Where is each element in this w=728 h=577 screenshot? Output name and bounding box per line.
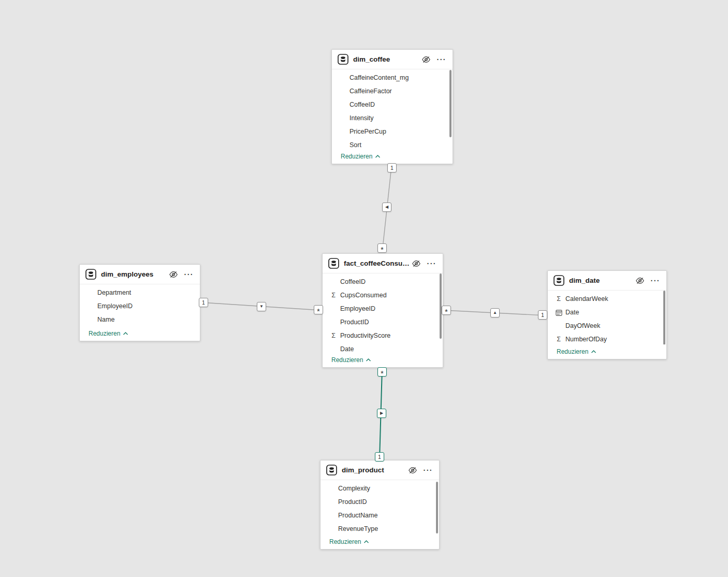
hidden-eye-icon[interactable] — [635, 276, 645, 285]
field-row[interactable]: DayOfWeek — [548, 319, 666, 333]
table-card-fact_coffeeConsumption[interactable]: fact_coffeeConsumption CoffeeID Σ CupsCo… — [322, 253, 443, 368]
table-header[interactable]: dim_product — [321, 460, 439, 480]
crossfilter-arrow-down-icon[interactable]: ▼ — [257, 302, 266, 311]
field-name: EmployeeID — [340, 305, 375, 312]
field-row[interactable]: Intensity — [332, 111, 453, 125]
field-row[interactable]: CoffeeID — [323, 275, 443, 288]
more-options-icon[interactable] — [184, 272, 194, 277]
table-field-list: CoffeeID Σ CupsConsumed EmployeeID Produ… — [323, 273, 443, 353]
table-field-list: CaffeineContent_mg CaffeineFactor Coffee… — [332, 69, 453, 149]
hidden-eye-icon[interactable] — [169, 270, 178, 279]
table-icon — [85, 269, 96, 280]
table-icon — [326, 465, 337, 475]
collapse-label: Reduzieren — [341, 153, 372, 160]
field-row[interactable]: PricePerCup — [332, 125, 453, 138]
field-name: RevenueType — [338, 525, 378, 532]
cardinality-many-badge[interactable]: * — [377, 243, 387, 253]
table-title: fact_coffeeConsumption — [344, 259, 412, 267]
sigma-icon: Σ — [555, 336, 562, 343]
table-header[interactable]: dim_employees — [80, 265, 200, 284]
field-name: Department — [97, 289, 131, 296]
table-title: dim_date — [569, 277, 635, 284]
field-name: EmployeeID — [97, 302, 133, 310]
table-field-list: Department EmployeeID Name — [80, 284, 200, 326]
table-card-dim_date[interactable]: dim_date Σ CalendarWeek Date DayOfWeek Σ… — [547, 270, 667, 359]
field-row[interactable]: Date — [548, 306, 666, 319]
chevron-up-icon — [363, 540, 369, 544]
field-name: Intensity — [350, 114, 374, 122]
field-row[interactable]: Σ CalendarWeek — [548, 292, 666, 306]
field-row[interactable]: Name — [80, 313, 200, 326]
collapse-link[interactable]: Reduzieren — [557, 348, 596, 355]
field-row[interactable]: Sort — [332, 138, 453, 149]
cardinality-one-badge[interactable]: 1 — [387, 163, 397, 172]
table-icon — [338, 54, 348, 65]
field-row[interactable]: EmployeeID — [80, 299, 200, 313]
field-row[interactable]: CoffeeID — [332, 98, 453, 111]
cardinality-many-badge[interactable]: * — [314, 305, 323, 314]
table-card-dim_employees[interactable]: dim_employees Department EmployeeID Name… — [79, 264, 200, 341]
collapse-link[interactable]: Reduzieren — [89, 330, 128, 337]
collapse-link[interactable]: Reduzieren — [329, 538, 369, 545]
field-row[interactable]: Σ NumberOfDay — [548, 333, 666, 344]
field-row[interactable]: EmployeeID — [323, 302, 443, 315]
more-options-icon[interactable] — [437, 57, 447, 62]
more-options-icon[interactable] — [427, 261, 437, 266]
cardinality-many-badge[interactable]: * — [442, 306, 451, 315]
field-name: ProductID — [340, 319, 369, 326]
collapse-label: Reduzieren — [329, 538, 361, 545]
table-icon — [554, 275, 564, 286]
table-icon — [328, 258, 339, 269]
crossfilter-arrow-right-icon[interactable]: ▶ — [377, 409, 386, 418]
table-header[interactable]: dim_date — [548, 271, 666, 291]
field-name: NumberOfDay — [565, 336, 607, 343]
table-card-dim_coffee[interactable]: dim_coffee CaffeineContent_mg CaffeineFa… — [331, 49, 453, 164]
hidden-eye-icon[interactable] — [412, 259, 421, 268]
scrollbar[interactable] — [663, 291, 665, 344]
field-name: DayOfWeek — [565, 322, 600, 329]
arrow-down-glyph: ▼ — [259, 305, 264, 309]
field-name: Name — [97, 316, 114, 323]
arrow-left-glyph: ◀ — [385, 205, 388, 209]
field-row[interactable]: ProductID — [321, 495, 439, 509]
more-options-icon[interactable] — [424, 468, 433, 473]
sigma-icon: Σ — [330, 292, 337, 299]
field-row[interactable]: RevenueType — [321, 522, 439, 535]
hidden-eye-icon[interactable] — [421, 55, 431, 64]
field-row[interactable]: Σ ProductivityScore — [323, 329, 443, 342]
cardinality-one-badge[interactable]: 1 — [538, 310, 547, 320]
collapse-link[interactable]: Reduzieren — [331, 356, 371, 364]
sigma-icon: Σ — [330, 332, 337, 339]
table-header[interactable]: fact_coffeeConsumption — [323, 254, 443, 273]
table-header[interactable]: dim_coffee — [332, 50, 453, 69]
chevron-up-icon — [591, 350, 596, 354]
table-title: dim_employees — [101, 270, 169, 278]
more-options-icon[interactable] — [651, 278, 661, 283]
cardinality-one-badge[interactable]: 1 — [199, 298, 208, 307]
collapse-link[interactable]: Reduzieren — [341, 153, 381, 160]
cardinality-one-badge[interactable]: 1 — [375, 452, 384, 461]
field-row[interactable]: Σ CupsConsumed — [323, 288, 443, 302]
crossfilter-arrow-up-icon[interactable]: ▲ — [490, 308, 500, 318]
field-name: CoffeeID — [340, 278, 366, 285]
hidden-eye-icon[interactable] — [408, 466, 417, 475]
field-row[interactable]: Complexity — [321, 482, 439, 495]
field-row[interactable]: Date — [323, 342, 443, 353]
field-row[interactable]: ProductID — [323, 315, 443, 329]
field-name: ProductivityScore — [340, 332, 390, 339]
field-name: Date — [565, 309, 579, 316]
field-row[interactable]: Department — [80, 286, 200, 299]
chevron-up-icon — [366, 358, 371, 362]
scrollbar[interactable] — [436, 482, 438, 533]
chevron-up-icon — [123, 331, 128, 336]
cardinality-many-badge[interactable]: * — [377, 367, 387, 377]
sigma-icon: Σ — [555, 295, 562, 302]
scrollbar[interactable] — [449, 70, 452, 137]
field-name: CupsConsumed — [340, 292, 387, 299]
field-row[interactable]: ProductName — [321, 509, 439, 522]
table-card-dim_product[interactable]: dim_product Complexity ProductID Product… — [320, 460, 440, 550]
field-row[interactable]: CaffeineContent_mg — [332, 71, 453, 84]
field-row[interactable]: CaffeineFactor — [332, 84, 453, 98]
crossfilter-arrow-left-icon[interactable]: ◀ — [382, 203, 391, 212]
model-canvas[interactable]: dim_coffee CaffeineContent_mg CaffeineFa… — [0, 0, 728, 577]
